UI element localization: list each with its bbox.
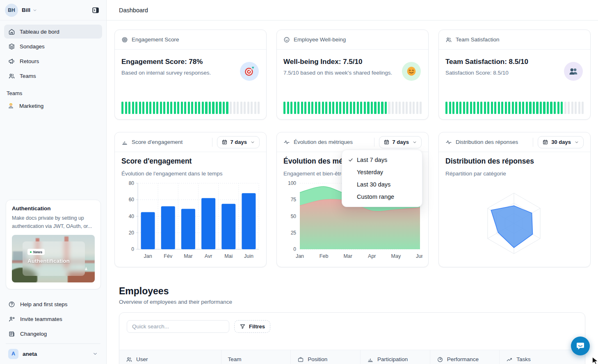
range-selector-button[interactable]: 7 days: [217, 136, 260, 148]
sidebar-item-teams[interactable]: Teams: [4, 69, 102, 83]
progress-segment: [125, 102, 127, 114]
promo-card-authentication[interactable]: Authentication Make docs private by sett…: [6, 200, 101, 289]
sidebar-item-changelog[interactable]: Changelog: [4, 326, 102, 341]
progress-segment: [240, 102, 242, 114]
topbar: Dashboard: [107, 0, 598, 20]
calendar-icon: [542, 139, 548, 145]
progress-segment: [135, 102, 137, 114]
progress-segment: [501, 102, 503, 114]
svg-text:Mar: Mar: [184, 253, 193, 259]
svg-text:50: 50: [291, 214, 297, 219]
column-header-position[interactable]: Position: [290, 350, 360, 364]
home-icon: [8, 28, 15, 35]
sidebar-item-label: Tableau de bord: [20, 29, 59, 35]
progress-segment: [304, 102, 306, 114]
range-selector-button[interactable]: 7 days: [379, 136, 422, 148]
svg-text:Avr: Avr: [205, 253, 212, 259]
column-header-team[interactable]: Team: [221, 350, 291, 364]
account-avatar: A: [8, 349, 18, 359]
menu-item-last-30-days[interactable]: Last 30 days: [342, 178, 422, 191]
account-switcher[interactable]: A aneta: [4, 346, 102, 361]
sidebar-item-dashboard[interactable]: Tableau de bord: [4, 25, 102, 39]
column-header-user[interactable]: User: [119, 350, 221, 364]
chat-launcher-button[interactable]: [571, 337, 590, 355]
progress-segment: [202, 102, 204, 114]
column-label: Participation: [377, 356, 408, 362]
sidebar-item-help-and-first-steps[interactable]: Help and first steps: [4, 297, 102, 312]
progress-segment: [146, 102, 148, 114]
chevron-down-icon: [92, 351, 98, 357]
range-dropdown-menu: Last 7 daysYesterdayLast 30 daysCustom r…: [342, 150, 422, 207]
progress-segment: [163, 102, 165, 114]
stat-subtitle: 7.5/10 based on this week's shared feeli…: [283, 70, 392, 76]
chart-subtitle: Répartition par catégorie: [445, 171, 506, 177]
table-toolbar: Filtres: [119, 313, 585, 340]
search-input[interactable]: [127, 320, 229, 333]
check-icon: [348, 157, 357, 163]
promo-image[interactable]: News Authentification: [12, 235, 95, 282]
pie-chart-icon: [437, 356, 443, 363]
divider: [374, 138, 374, 147]
progress-segment: [160, 102, 162, 114]
help-icon: [8, 301, 15, 308]
range-selector-button[interactable]: 30 days: [538, 136, 584, 148]
menu-item-custom-range[interactable]: Custom range: [342, 191, 422, 203]
progress-segment: [420, 102, 422, 114]
progress-segment: [568, 102, 570, 114]
promo-body: Make docs private by setting up authenti…: [12, 214, 95, 231]
chart-card-header-label: Score d'engagement: [132, 139, 183, 145]
column-header-tasks[interactable]: Tasks: [499, 350, 585, 364]
bar-chart-icon: [367, 356, 374, 363]
progress-segment: [329, 102, 331, 114]
employees-title: Employees: [119, 286, 169, 297]
progress-segment: [343, 102, 345, 114]
progress-bar: [445, 102, 584, 114]
page-title: Dashboard: [119, 7, 148, 14]
menu-item-last-7-days[interactable]: Last 7 days: [342, 154, 422, 166]
target-icon: [121, 36, 128, 43]
sidebar-collapse-button[interactable]: [90, 5, 101, 16]
sidebar-item-surveys[interactable]: Sondages: [4, 39, 102, 53]
users-icon: [126, 356, 132, 363]
sidebar-team-marketing[interactable]: Marketing: [4, 99, 102, 113]
progress-segment: [536, 102, 538, 114]
column-header-participation[interactable]: Participation: [360, 350, 430, 364]
stat-value: Well-being Index: 7.5/10: [283, 58, 362, 66]
progress-segment: [512, 102, 514, 114]
svg-text:Mar: Mar: [343, 253, 352, 259]
svg-text:0: 0: [293, 246, 296, 252]
column-label: Team: [228, 356, 242, 362]
stat-card-header-label: Team Satisfaction: [456, 36, 500, 43]
chart-subtitle: Évolution de l'engagement dans le temps: [121, 171, 223, 177]
sidebar-item-invite-teammates[interactable]: Invite teammates: [4, 312, 102, 326]
progress-segment: [315, 102, 317, 114]
mouse-cursor: [592, 357, 598, 364]
progress-segment: [301, 102, 303, 114]
sidebar-footer: Help and first stepsInvite teammatesChan…: [4, 297, 102, 341]
workspace-name[interactable]: Bill: [22, 7, 30, 13]
sidebar-item-label: Sondages: [20, 43, 45, 50]
progress-segment: [198, 102, 200, 114]
chevron-down-icon: [32, 8, 37, 13]
progress-segment: [395, 102, 397, 114]
sidebar-item-feedback[interactable]: Retours: [4, 54, 102, 68]
progress-segment: [254, 102, 256, 114]
progress-segment: [406, 102, 408, 114]
filters-button[interactable]: Filtres: [234, 320, 270, 333]
column-header-performance[interactable]: Performance: [430, 350, 500, 364]
progress-segment: [529, 102, 531, 114]
progress-segment: [308, 102, 310, 114]
progress-segment: [519, 102, 521, 114]
progress-segment: [132, 102, 134, 114]
menu-item-yesterday[interactable]: Yesterday: [342, 166, 422, 178]
workspace-avatar[interactable]: BH: [5, 4, 18, 17]
progress-segment: [522, 102, 524, 114]
progress-segment: [540, 102, 542, 114]
column-label: User: [136, 356, 148, 362]
progress-segment: [205, 102, 207, 114]
progress-segment: [413, 102, 415, 114]
progress-segment: [287, 102, 289, 114]
news-badge: News: [27, 249, 45, 255]
panel-right-icon: [91, 6, 100, 14]
progress-segment: [582, 102, 584, 114]
